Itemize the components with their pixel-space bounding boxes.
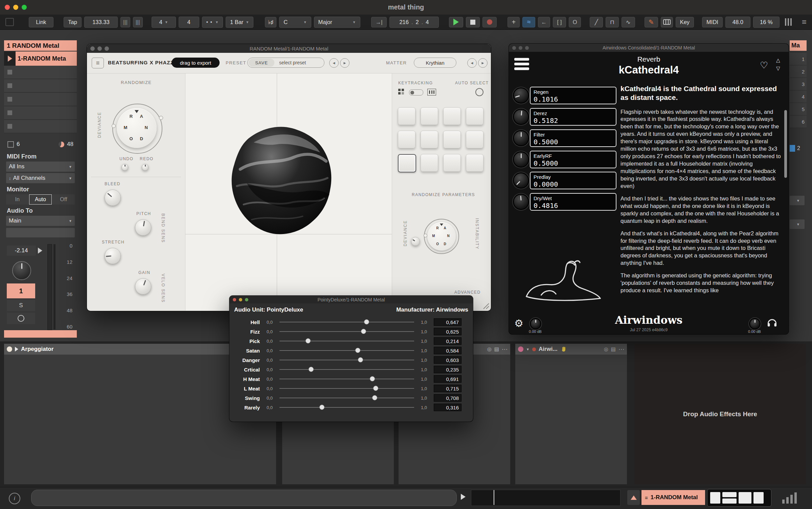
drop-audio-effects-zone[interactable]: Drop Audio Effects Here (634, 344, 806, 484)
app-titlebar[interactable]: metal thing (0, 0, 812, 15)
advanced-label[interactable]: ADVANCED (454, 290, 481, 295)
auto-select-button[interactable] (475, 88, 483, 96)
track-activator-button[interactable] (7, 313, 35, 324)
randomize-knob[interactable]: RAN DOM (112, 104, 162, 154)
phazz-window-titlebar[interactable]: RANDOM Metal/1-RANDOM Metal (87, 44, 491, 53)
derez-field[interactable]: Derez0.5182 (530, 108, 616, 126)
drywet-field[interactable]: Dry/Wet0.4816 (530, 193, 616, 211)
redo-label[interactable]: REDO (140, 156, 154, 161)
matter-pad[interactable] (443, 154, 461, 172)
empty-clip-slot[interactable] (4, 66, 77, 79)
plugin-edit-icon[interactable]: ◎ (604, 346, 608, 352)
device-expand-icon[interactable] (15, 347, 18, 352)
output-gain-knob[interactable] (750, 319, 760, 329)
hell-value[interactable]: 0,647 (434, 318, 461, 326)
loop-toggle-button[interactable]: O (569, 17, 581, 27)
nudge-down-button[interactable]: ||| (120, 17, 130, 27)
key-map-button[interactable]: Key (676, 17, 694, 27)
quantization-menu[interactable]: 1 Bar▼ (226, 17, 253, 28)
maximize-window-icon[interactable] (245, 298, 248, 301)
swing-value[interactable]: 0,708 (434, 394, 461, 402)
key-scale-menu[interactable]: Major▼ (314, 17, 360, 28)
next-plugin-icon[interactable]: ▽ (776, 65, 780, 71)
nudge-up-button[interactable]: ||| (133, 17, 143, 27)
crtical-slider[interactable] (279, 367, 414, 372)
tap-tempo-button[interactable]: Tap (64, 17, 82, 27)
metronome-toggle[interactable]: ● ●▼ (202, 17, 223, 28)
keytracking-toggle[interactable] (409, 89, 423, 96)
follow-button[interactable]: →| (371, 17, 387, 27)
headphones-icon[interactable] (766, 317, 778, 327)
fold-piano-button[interactable] (661, 17, 673, 27)
scene-slot[interactable]: 6 (790, 115, 807, 128)
favorite-heart-icon[interactable]: ♡ (760, 60, 768, 71)
device-activator-icon[interactable] (7, 346, 12, 352)
randomize-parameters-knob[interactable]: RAN DOM (424, 219, 459, 254)
pointy-window-titlebar[interactable]: PointyDeluxe/1-RANDOM Metal (229, 296, 473, 303)
main-track-header[interactable]: Ma (790, 40, 807, 51)
plugin-menu-button[interactable]: ≡ (92, 58, 104, 68)
audio-to-menu[interactable]: Main▼ (6, 216, 75, 226)
earlyrf-knob[interactable] (514, 152, 528, 167)
levels-icon[interactable] (782, 492, 797, 504)
l-meat-value[interactable]: 0,715 (434, 385, 461, 392)
step-tool-button[interactable]: ⊓ (606, 17, 619, 27)
pick-slider[interactable] (279, 338, 414, 344)
empty-clip-slot[interactable] (4, 106, 77, 120)
fader-handle[interactable] (38, 248, 42, 254)
hell-slider[interactable] (279, 319, 414, 325)
selected-clip-chip[interactable]: ≡ 1-RANDOM Metal (641, 490, 705, 505)
matter-pad[interactable] (398, 107, 415, 125)
piano-keytrack-icon[interactable] (427, 89, 436, 96)
maximize-window-icon[interactable] (105, 46, 109, 51)
stop-button[interactable] (466, 17, 480, 27)
cpu-meter[interactable]: 16 % (753, 17, 780, 28)
time-signature-numerator[interactable]: 4▼ (152, 17, 176, 28)
maximize-window-icon[interactable] (22, 5, 27, 10)
minimize-window-icon[interactable] (13, 5, 18, 10)
fizz-slider[interactable] (279, 329, 414, 334)
danger-value[interactable]: 0,603 (434, 356, 461, 364)
more-options-icon[interactable]: ⋯ (618, 346, 624, 353)
track-header[interactable]: 1 RANDOM Metal (4, 40, 77, 51)
matter-pad[interactable] (421, 107, 438, 125)
minimize-window-icon[interactable] (519, 46, 522, 50)
grid-mode-icon[interactable] (398, 89, 404, 95)
arrangement-position[interactable]: 216. 2. 4 (389, 17, 438, 28)
punch-region-button[interactable]: [ ] (553, 17, 566, 27)
filter-knob[interactable] (514, 131, 528, 146)
matter-pad[interactable] (443, 107, 461, 125)
line-tool-button[interactable]: ╱ (590, 17, 603, 27)
close-window-icon[interactable] (5, 5, 10, 10)
earlyrf-field[interactable]: EarlyRF0.5000 (530, 151, 616, 168)
save-preset-button[interactable]: SAVE (249, 59, 274, 67)
matter-pad[interactable] (421, 154, 438, 172)
h-meat-value[interactable]: 0,691 (434, 375, 461, 383)
scene-slot[interactable]: 2 (790, 65, 807, 78)
monitor-auto-button[interactable]: Auto (29, 194, 51, 205)
close-window-icon[interactable] (90, 46, 95, 51)
scene-slot[interactable]: 4 (790, 90, 807, 103)
time-signature-denominator[interactable]: 4 (179, 17, 199, 28)
scene-indicator[interactable] (790, 145, 795, 152)
device-chain-overview[interactable] (707, 489, 771, 507)
clip-slot-playing[interactable]: 1-RANDOM Meta (4, 51, 77, 66)
h-meat-slider[interactable] (279, 376, 414, 382)
curve-tool-button[interactable]: ∿ (622, 17, 635, 27)
clip-notes-preview[interactable] (471, 490, 621, 506)
track-number[interactable]: 1 (7, 283, 35, 298)
resize-handle-icon[interactable] (482, 302, 490, 310)
midi-channel-menu[interactable]: ↕All Channels▼ (6, 173, 75, 183)
tempo-field[interactable]: 133.33 (84, 17, 118, 28)
preset-next-button[interactable]: ▶ (340, 58, 349, 68)
pan-knob[interactable] (12, 261, 31, 280)
matter-pad[interactable] (398, 131, 415, 148)
undo-knob[interactable] (121, 164, 128, 171)
matter-pad[interactable] (421, 131, 438, 148)
preset-selector[interactable]: SAVE select preset (247, 58, 324, 68)
save-preset-icon[interactable]: ▤ (494, 346, 499, 352)
pick-value[interactable]: 0,214 (434, 337, 461, 345)
empty-clip-slot[interactable] (4, 120, 77, 133)
maximize-window-icon[interactable] (525, 46, 529, 50)
monitor-in-button[interactable]: In (6, 194, 28, 205)
